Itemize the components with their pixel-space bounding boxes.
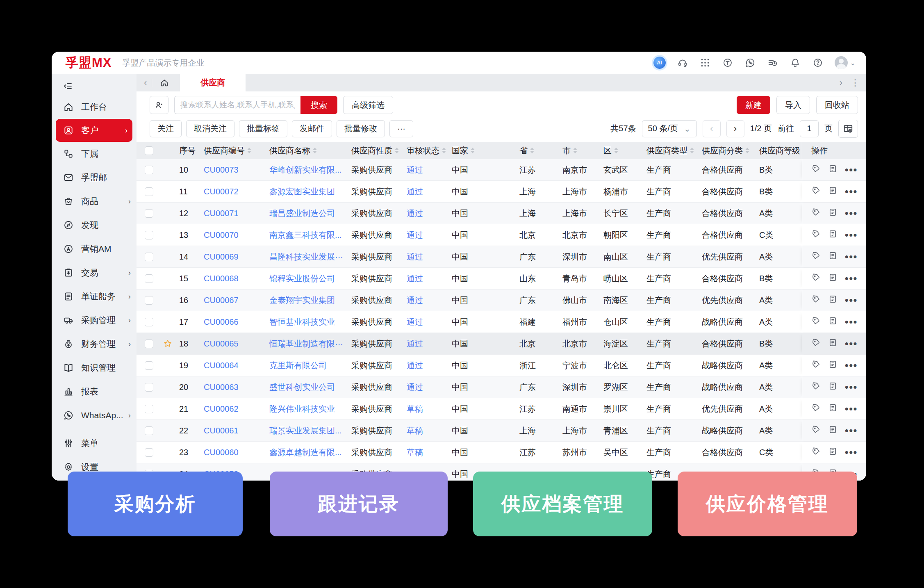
follow-button[interactable]: 关注: [150, 120, 182, 137]
supplier-code-link[interactable]: CU00072: [204, 187, 269, 196]
audit-status-link[interactable]: 草稿: [407, 403, 452, 415]
audit-status-link[interactable]: 通过: [407, 186, 452, 197]
tag-icon[interactable]: [811, 338, 821, 349]
recycle-bin-button[interactable]: 回收站: [816, 96, 858, 114]
bell-icon[interactable]: [790, 57, 801, 68]
row-checkbox[interactable]: [145, 340, 153, 348]
detail-icon[interactable]: [828, 273, 838, 284]
tab-forward-icon[interactable]: ›: [840, 77, 842, 88]
audit-status-link[interactable]: 通过: [407, 230, 452, 241]
table-row[interactable]: 10CU00073华峰创新实业有限...采购供应商通过中国江苏南京市玄武区生产商…: [137, 159, 866, 181]
unfollow-button[interactable]: 取消关注: [186, 120, 234, 137]
row-checkbox[interactable]: [145, 361, 153, 370]
tag-icon[interactable]: [811, 425, 821, 436]
more-icon[interactable]: •••: [845, 273, 858, 284]
supplier-code-link[interactable]: CU00070: [204, 230, 269, 240]
supply-price-management-card[interactable]: 供应价格管理: [678, 472, 857, 536]
advanced-filter-button[interactable]: 高级筛选: [343, 96, 393, 114]
column-settings-icon[interactable]: [838, 120, 858, 138]
tag-icon[interactable]: [811, 186, 821, 197]
more-icon[interactable]: •••: [845, 425, 858, 436]
table-row[interactable]: 14CU00069昌隆科技实业发展···采购供应商通过中国广东深圳市南山区生产商…: [137, 246, 866, 268]
table-row[interactable]: 11CU00072鑫源宏图实业集团采购供应商通过中国上海上海市杨浦市生产商合格供…: [137, 181, 866, 203]
table-row[interactable]: 16CU00067金泰翔宇实业集团采购供应商通过中国广东佛山市南海区生产商优先供…: [137, 289, 866, 311]
detail-icon[interactable]: [828, 229, 838, 241]
ai-icon[interactable]: AI: [653, 57, 666, 69]
sidebar-item-[interactable]: 财务管理›: [52, 332, 137, 356]
supplier-code-link[interactable]: CU00066: [204, 317, 269, 327]
table-row[interactable]: 15CU00068锦程实业股份公司采购供应商通过中国山东青岛市崂山区生产商合格供…: [137, 268, 866, 289]
row-checkbox[interactable]: [145, 187, 153, 196]
supplier-code-link[interactable]: CU00062: [204, 404, 269, 414]
new-button[interactable]: 新建: [737, 96, 770, 114]
audit-status-link[interactable]: 通过: [407, 273, 452, 284]
more-icon[interactable]: •••: [845, 207, 858, 219]
supplier-name-link[interactable]: 克里斯有限公司: [269, 360, 351, 371]
supplier-name-link[interactable]: 金泰翔宇实业集团: [269, 295, 351, 306]
sidebar-item-[interactable]: 工作台: [52, 95, 137, 119]
detail-icon[interactable]: [828, 316, 838, 328]
sidebar-item-[interactable]: 单证船务›: [52, 285, 137, 308]
audit-status-link[interactable]: 通过: [407, 382, 452, 393]
column-header[interactable]: 市: [562, 145, 603, 156]
sidebar-item-am[interactable]: 营销AM: [52, 237, 137, 261]
column-header[interactable]: 供应商分类: [702, 145, 759, 156]
avatar[interactable]: [835, 56, 848, 69]
sidebar-item-[interactable]: 交易›: [52, 261, 137, 285]
audit-status-link[interactable]: 通过: [407, 317, 452, 328]
supplier-code-link[interactable]: CU00073: [204, 165, 269, 175]
detail-icon[interactable]: [828, 338, 838, 349]
table-row[interactable]: 17CU00066智恒基业科技实业采购供应商通过中国福建福州市仓山区生产商战略供…: [137, 311, 866, 333]
detail-icon[interactable]: [828, 425, 838, 436]
row-checkbox[interactable]: [145, 231, 153, 239]
supplier-name-link[interactable]: 盛世科创实业公司: [269, 382, 351, 393]
sort-icon[interactable]: [471, 148, 475, 153]
sort-icon[interactable]: [690, 148, 694, 153]
sidebar-item-[interactable]: 下属: [52, 142, 137, 166]
sort-icon[interactable]: [442, 148, 446, 153]
next-page-button[interactable]: ›: [726, 120, 744, 137]
more-icon[interactable]: •••: [845, 186, 858, 197]
headset-icon[interactable]: [677, 57, 688, 68]
detail-icon[interactable]: [828, 251, 838, 262]
batch-tag-button[interactable]: 批量标签: [239, 120, 287, 137]
audit-status-link[interactable]: 通过: [407, 164, 452, 175]
tab-back-icon[interactable]: ‹: [137, 77, 152, 88]
supplier-code-link[interactable]: CU00067: [204, 296, 269, 305]
detail-icon[interactable]: [828, 164, 838, 175]
more-icon[interactable]: •••: [845, 294, 858, 306]
supplier-name-link[interactable]: 瑞昌盛业制造公司: [269, 208, 351, 219]
row-checkbox[interactable]: [145, 274, 153, 283]
column-header[interactable]: 供应商性质: [351, 145, 407, 156]
detail-icon[interactable]: [828, 360, 838, 371]
supplier-name-link[interactable]: 智恒基业科技实业: [269, 317, 351, 328]
row-checkbox[interactable]: [145, 405, 153, 413]
supplier-name-link[interactable]: 瑞景实业发展集团...: [269, 425, 351, 436]
audit-status-link[interactable]: 通过: [407, 295, 452, 306]
column-header[interactable]: 审核状态: [407, 145, 452, 156]
tag-icon[interactable]: [811, 251, 821, 262]
table-row[interactable]: 13CU00070南京鑫三科技有限...采购供应商通过中国北京北京市朝阳区生产商…: [137, 224, 866, 246]
table-row[interactable]: 23CU00060鑫源卓越制造有限...采购供应商草稿中国江苏苏州市吴中区生产商…: [137, 442, 866, 463]
detail-icon[interactable]: [828, 207, 838, 219]
detail-icon[interactable]: [828, 403, 838, 415]
search-input[interactable]: [174, 96, 300, 114]
history-icon[interactable]: [767, 57, 778, 68]
supplier-code-link[interactable]: CU00065: [204, 339, 269, 349]
goto-page-input[interactable]: [800, 120, 819, 137]
sidebar-item-[interactable]: 发现: [52, 213, 137, 237]
supplier-name-link[interactable]: 南京鑫三科技有限...: [269, 230, 351, 241]
supplier-name-link[interactable]: 隆兴伟业科技实业: [269, 403, 351, 415]
table-row[interactable]: 19CU00064克里斯有限公司采购供应商通过中国浙江宁波市北仑区生产商战略供应…: [137, 355, 866, 376]
supplier-code-link[interactable]: CU00069: [204, 252, 269, 262]
supplier-name-link[interactable]: 华峰创新实业有限...: [269, 164, 351, 175]
send-email-button[interactable]: 发邮件: [292, 120, 332, 137]
sidebar-item-[interactable]: 采购管理›: [52, 308, 137, 332]
row-checkbox[interactable]: [145, 383, 153, 392]
audit-status-link[interactable]: 通过: [407, 208, 452, 219]
audit-status-link[interactable]: 通过: [407, 251, 452, 262]
sidebar-item-[interactable]: 孚盟邮: [52, 166, 137, 189]
row-checkbox[interactable]: [145, 448, 153, 457]
row-checkbox[interactable]: [145, 253, 153, 261]
column-header[interactable]: 供应商编号: [204, 145, 269, 156]
